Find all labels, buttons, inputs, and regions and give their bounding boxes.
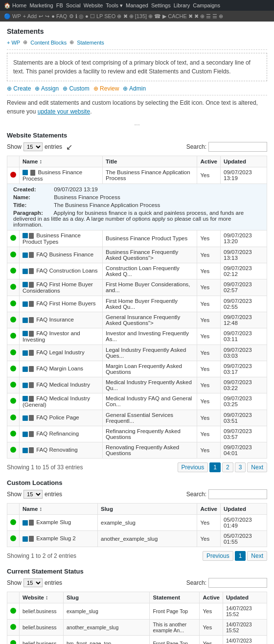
toolbar-undo[interactable]: ↩ — [39, 13, 43, 20]
status-dot-green — [10, 414, 16, 420]
edit-icon[interactable] — [23, 383, 28, 388]
action-admin[interactable]: ⊕ Admin — [123, 85, 146, 92]
topbar-settings[interactable]: Settings — [151, 2, 171, 8]
topbar-website[interactable]: Website — [84, 2, 103, 8]
update-website-link[interactable]: update your website — [38, 108, 90, 115]
status-dot-green — [10, 284, 16, 290]
edit-icon[interactable] — [23, 318, 28, 323]
cs-col-website[interactable]: Website ↕ — [20, 592, 64, 603]
table-row: FAQ First Home Buyer Considerations Firs… — [7, 279, 267, 296]
edit-icon[interactable] — [23, 415, 28, 421]
ws-col-updated[interactable]: Updated — [221, 156, 267, 167]
status-dot-green — [10, 535, 16, 541]
breadcrumb-wp[interactable]: + WP — [7, 40, 20, 46]
cs-search-label: Search: — [186, 579, 206, 586]
cs-row-website: belief.business — [20, 635, 64, 644]
review-instructions: Review and edit statements and custom lo… — [7, 98, 267, 116]
action-assign[interactable]: ⊕ Assign — [35, 85, 59, 92]
status-dot-green — [10, 447, 16, 453]
current-status-title: Current Statement Status — [7, 568, 267, 575]
cl-prev-button[interactable]: Previous — [203, 551, 233, 561]
edit-icon[interactable] — [23, 233, 28, 238]
page-icon — [29, 233, 34, 239]
table-row: FAQ Business Finance Business Finance Fr… — [7, 247, 267, 263]
topbar-library[interactable]: Library — [174, 2, 190, 8]
cs-col-slug[interactable]: Slug — [64, 592, 150, 603]
edit-icon[interactable] — [23, 396, 28, 401]
edit-icon[interactable] — [23, 536, 28, 542]
cl-col-updated[interactable]: Updated — [221, 503, 267, 514]
ws-prev-button[interactable]: Previous — [178, 462, 208, 472]
edit-icon[interactable] — [23, 301, 28, 307]
ws-next-button[interactable]: Next — [247, 462, 267, 472]
breadcrumb-content-blocks[interactable]: Content Blocks — [30, 40, 67, 46]
table-row: Example Slug 2 another_example_slug Yes … — [7, 530, 267, 547]
action-review[interactable]: ⊕ Review — [93, 85, 119, 92]
cl-show-entries: Show 152550 entries — [7, 490, 62, 499]
ws-search-input[interactable] — [208, 142, 267, 152]
cs-col-statement[interactable]: Statement — [150, 592, 200, 603]
topbar-home[interactable]: 🏠 Home — [4, 2, 26, 9]
action-custom[interactable]: ⊕ Custom — [63, 85, 90, 92]
ws-show-select[interactable]: 152550 — [23, 142, 43, 151]
ws-showing: Showing 1 to 15 of 33 entries — [7, 464, 83, 471]
website-statements-title: Website Statements — [7, 132, 267, 139]
cs-col-updated[interactable]: Updated — [223, 592, 267, 603]
edit-icon[interactable] — [23, 448, 28, 453]
cl-search-input[interactable] — [208, 489, 267, 499]
cl-col-name[interactable]: Name ↕ — [20, 503, 98, 514]
status-dot-green — [10, 624, 16, 630]
ws-row-status — [7, 167, 20, 184]
cl-col-slug[interactable]: Slug — [98, 503, 197, 514]
edit-icon[interactable] — [23, 253, 28, 258]
cl-show-select[interactable]: 152550 — [23, 490, 43, 499]
cs-search-input[interactable] — [208, 578, 267, 588]
edit-icon[interactable] — [23, 331, 28, 336]
cs-row-statement: Front Page Top — [150, 635, 200, 644]
topbar-marketing[interactable]: Marketing — [29, 2, 53, 8]
cs-show-select[interactable]: 152550 — [23, 578, 43, 587]
ws-page-2[interactable]: 2 — [222, 462, 233, 472]
status-dot-green — [10, 640, 16, 644]
cl-row-updated: 05/07/2023 01:49 — [221, 514, 267, 530]
action-create[interactable]: ⊕ Create — [7, 85, 31, 92]
cl-col-active[interactable]: Active — [197, 503, 221, 514]
toolbar-wp[interactable]: 🔵 WP — [4, 13, 21, 20]
cl-pagination: Showing 1 to 2 of 2 entries Previous 1 N… — [7, 551, 267, 561]
topbar-social[interactable]: Social — [66, 2, 81, 8]
edit-icon[interactable] — [23, 170, 28, 175]
page-icon — [29, 396, 34, 402]
edit-icon[interactable] — [23, 282, 28, 287]
page-icon — [29, 252, 34, 258]
ws-col-active[interactable]: Active — [197, 156, 221, 167]
ws-page-1[interactable]: 1 — [209, 462, 221, 472]
page-icon — [29, 301, 34, 307]
page-icon — [29, 520, 34, 526]
toolbar-faq[interactable]: ● FAQ — [51, 13, 67, 19]
ws-col-name[interactable]: Name ↕ — [20, 156, 103, 167]
topbar-campaigns[interactable]: Campaigns — [193, 2, 220, 8]
topbar-managed[interactable]: Managed — [126, 2, 148, 8]
cs-show-label: Show — [7, 579, 22, 586]
top-navigation-bar: 🏠 Home Marketing FB Social Website Tools… — [0, 0, 274, 11]
cs-col-active[interactable]: Active — [200, 592, 223, 603]
topbar-tools[interactable]: Tools ▾ — [106, 2, 123, 9]
breadcrumb-statements[interactable]: Statements — [77, 40, 104, 46]
toolbar-redo[interactable]: ↪ — [45, 13, 49, 20]
edit-icon[interactable] — [23, 350, 28, 356]
status-dot-green — [10, 382, 16, 388]
topbar-fb[interactable]: FB — [56, 2, 63, 8]
status-dot-green — [10, 235, 16, 241]
table-row: FAQ Renovating Renovating Frequently Ask… — [7, 442, 267, 458]
edit-icon[interactable] — [23, 520, 28, 526]
toolbar-add[interactable]: + Add — [23, 13, 37, 19]
cl-page-1[interactable]: 1 — [235, 551, 246, 561]
cs-row-updated: 14/07/2023 15:52 — [223, 619, 267, 635]
ws-col-title[interactable]: Title — [103, 156, 197, 167]
edit-icon[interactable] — [23, 269, 28, 274]
ws-pagination: Showing 1 to 15 of 33 entries Previous 1… — [7, 462, 267, 472]
ws-page-3[interactable]: 3 — [235, 462, 246, 472]
cl-next-button[interactable]: Next — [247, 551, 267, 561]
edit-icon[interactable] — [23, 432, 28, 437]
edit-icon[interactable] — [23, 367, 28, 372]
